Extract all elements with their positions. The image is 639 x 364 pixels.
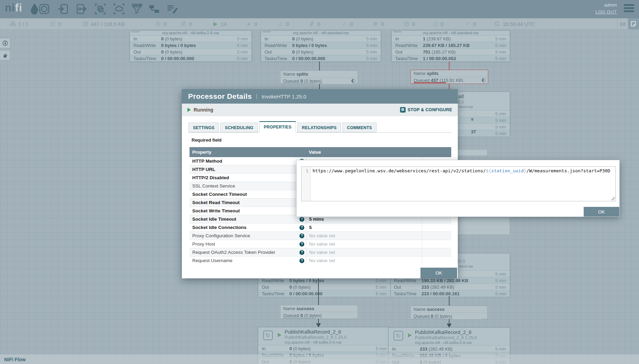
required-field-note: Required field [192, 137, 222, 143]
property-name-cell: Socket Read Timeout? [189, 199, 306, 207]
tab-properties[interactable]: PROPERTIES [259, 121, 296, 133]
property-column-header: Property [189, 150, 306, 155]
property-value-cell[interactable]: 5 [306, 223, 422, 231]
bulletin-board-icon[interactable] [628, 18, 639, 29]
status-value: 447 / 118.5 KB [91, 21, 125, 27]
processor-stats: In1 (239.67 KB)5 minRead/Write239.67 KB … [392, 35, 510, 61]
logout-link[interactable]: LOG OUT [595, 9, 617, 15]
run-status-label: Running [194, 107, 213, 113]
stat-row: Read/Write0 bytes / 0 bytes5 min [261, 42, 381, 48]
funnel-icon[interactable] [131, 3, 143, 15]
processor-stats: In0 (0 bytes)5 minRead/Write0 bytes / 0 … [130, 35, 251, 61]
processor-box[interactable]: org.apache.nifi - nifi-standard-narIn0 (… [261, 30, 381, 61]
tab-comments[interactable]: COMMENTS [342, 123, 376, 132]
property-value-cell[interactable]: No value set [306, 257, 422, 264]
connection-label[interactable]: Name splitsQueued 0 (0 bytes) [280, 70, 358, 84]
running-icon [278, 333, 281, 337]
connection-line [449, 61, 450, 70]
status-item-invalid: ⚠0 [277, 18, 289, 29]
label-icon[interactable] [166, 3, 178, 15]
sync-failure-icon: ? [464, 21, 471, 27]
help-icon[interactable]: ? [299, 225, 304, 230]
property-value-editor[interactable]: 1 https://www.pegelonline.wsv.de/webserv… [301, 166, 616, 201]
value-editor-popup: 1 https://www.pegelonline.wsv.de/webserv… [296, 160, 620, 217]
running-icon [408, 333, 412, 337]
help-icon[interactable]: ? [299, 258, 304, 263]
navigate-palette-button[interactable] [0, 38, 10, 48]
nifi-logo: nifi [5, 2, 22, 14]
status-value: 0 [473, 21, 476, 27]
property-row[interactable]: Proxy Configuration Service?No value set [189, 232, 451, 240]
property-name-cell: Socket Idle Timeout? [189, 215, 306, 223]
property-name-cell: Socket Connect Timeout? [189, 190, 306, 198]
resize-handle-icon[interactable] [611, 197, 615, 200]
breadcrumb[interactable]: NiFi Flow [4, 357, 26, 362]
partial-text-fragment: dard-nar [459, 105, 473, 109]
connection-name: Name success [280, 305, 358, 312]
status-value: 0 [441, 21, 443, 27]
processor-icon-sliver [393, 31, 401, 32]
birdseye-icon[interactable]: 88 [620, 18, 626, 29]
help-icon[interactable]: ? [299, 250, 304, 255]
invalid-icon: ⚠ [277, 21, 284, 27]
property-row[interactable]: Request Username?No value set [189, 257, 451, 264]
connection-label[interactable]: Name splitsQueued 437 (115.91 KB) [410, 70, 488, 84]
property-name-cell: SSL Context Service? [189, 182, 306, 190]
property-value-cell[interactable]: No value set [306, 240, 422, 248]
processor-box[interactable]: org.apache.nifi - nifi-standard-narIn1 (… [391, 30, 510, 61]
remote-process-group-icon[interactable] [113, 3, 125, 15]
property-row[interactable]: Proxy Host?No value set [189, 240, 451, 248]
partial-text-fragment: 37 [471, 129, 476, 134]
connection-line [319, 84, 320, 89]
status-value: 1 / 1 [18, 21, 28, 27]
stop-and-configure-button[interactable]: ⚙ STOP & CONFIGURE [400, 107, 452, 113]
property-value-cell[interactable]: No value set [306, 248, 422, 256]
stat-row: Tasks/Time0 / 00:00:00.0005 min [130, 55, 251, 61]
operate-palette-button[interactable] [0, 50, 10, 60]
processor-icon[interactable] [38, 3, 50, 15]
input-port-icon[interactable] [57, 3, 69, 15]
status-value: 0 [286, 21, 289, 27]
processor-box[interactable]: org.apache.nifi - nifi-kafka-2-6-narIn0 … [130, 30, 252, 61]
help-icon[interactable]: ? [299, 242, 304, 247]
queued-icon [82, 21, 89, 27]
property-extra-cell [422, 232, 451, 240]
connection-label[interactable]: Name successQueued 0 (0 bytes) [280, 305, 358, 319]
dialog-ok-button[interactable]: OK [420, 268, 457, 278]
locally-modified-stale-icon: ! [433, 21, 438, 26]
tab-scheduling[interactable]: SCHEDULING [220, 123, 258, 132]
stat-row: In0 (0 bytes)5 min [130, 35, 251, 42]
status-item-locally-modified-stale: !0 [433, 18, 443, 29]
top-toolbar: nifi admin LOG OUT [0, 0, 639, 18]
connection-label[interactable]: Name successQueued 0 (0 bytes) [410, 306, 488, 319]
template-icon[interactable] [148, 3, 160, 15]
processor-header: ↻PublishKafkaRecord_2_6PublishKafkaRecor… [258, 327, 390, 345]
value-text[interactable]: https://www.pegelonline.wsv.de/webservic… [311, 167, 610, 201]
editor-ok-button[interactable]: OK [584, 207, 619, 217]
property-row[interactable]: Request OAuth2 Access Token Provider?No … [189, 248, 451, 257]
tab-relationships[interactable]: RELATIONSHIPS [297, 123, 341, 132]
property-extra-cell [422, 240, 451, 248]
connection-arrow-icon [316, 323, 321, 327]
refresh-icon[interactable] [494, 21, 500, 27]
processor-type-icon: ↻ [263, 331, 273, 340]
property-row[interactable]: Socket Idle Connections?5 [189, 223, 451, 232]
global-menu-icon[interactable] [624, 4, 634, 13]
help-icon[interactable]: ? [299, 233, 304, 238]
connection-line [319, 61, 320, 70]
help-icon[interactable]: ? [299, 217, 304, 222]
property-value-cell[interactable]: No value set [306, 232, 422, 240]
processor-nar-label: org.apache.nifi - nifi-standard-nar [261, 31, 381, 35]
property-extra-cell [422, 223, 451, 231]
processor-name: PublishKafkaRecord_2_6 [415, 329, 472, 335]
processor-nar-label: org.apache.nifi - nifi-kafka-2-6-nar [130, 31, 251, 35]
process-group-icon[interactable] [94, 3, 106, 15]
output-port-icon[interactable] [76, 3, 87, 15]
gear-icon: ⚙ [400, 107, 406, 113]
stale-icon [404, 21, 410, 27]
processor-type-icon: ↻ [393, 331, 403, 341]
status-value: 0 [412, 21, 415, 27]
tab-settings[interactable]: SETTINGS [188, 123, 219, 132]
dialog-subtitle: InvokeHTTP 1.25.0 [262, 94, 306, 99]
status-value: 0 [164, 21, 166, 27]
